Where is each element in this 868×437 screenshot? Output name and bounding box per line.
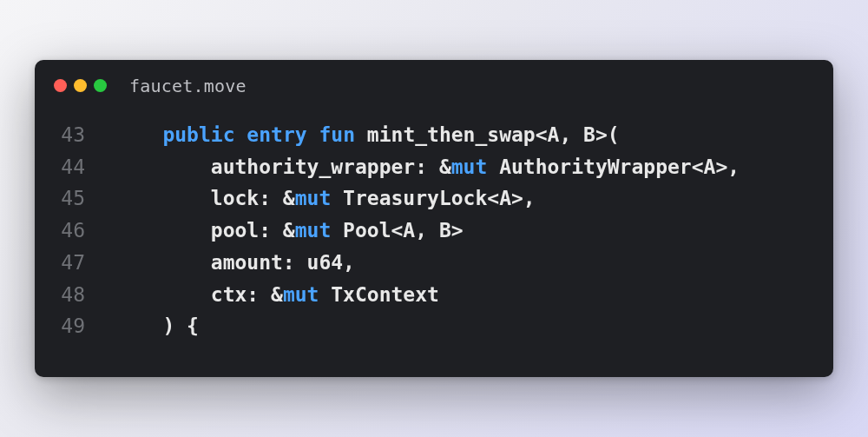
- mut-token: mut: [283, 283, 319, 306]
- mut-token: mut: [451, 156, 488, 178]
- keyword-token: entry: [247, 123, 306, 146]
- window-title: faucet.move: [129, 76, 247, 96]
- code-line: 44 authority_wrapper: &mut AuthorityWrap…: [61, 151, 807, 183]
- code-line: 47 amount: u64,: [61, 247, 807, 279]
- code-content: pool: &mut Pool<A, B>: [115, 215, 464, 247]
- code-line: 46 pool: &mut Pool<A, B>: [61, 215, 807, 247]
- keyword-token: fun: [319, 123, 355, 146]
- code-window: faucet.move 43 public entry fun mint_the…: [35, 60, 833, 378]
- line-number: 49: [61, 310, 115, 342]
- code-content: lock: &mut TreasuryLock<A>,: [115, 182, 536, 215]
- maximize-icon[interactable]: [94, 79, 107, 92]
- code-block: 43 public entry fun mint_then_swap<A, B>…: [35, 103, 833, 343]
- code-content: authority_wrapper: &mut AuthorityWrapper…: [115, 151, 740, 183]
- line-number: 46: [61, 215, 115, 247]
- code-line: 48 ctx: &mut TxContext: [61, 279, 807, 311]
- line-number: 48: [61, 279, 115, 311]
- code-line: 49 ) {: [61, 310, 807, 342]
- code-content: amount: u64,: [115, 247, 355, 279]
- keyword-token: public: [162, 123, 234, 146]
- window-titlebar: faucet.move: [35, 60, 833, 103]
- line-number: 44: [61, 151, 115, 183]
- line-number: 45: [61, 182, 115, 215]
- mut-token: mut: [295, 219, 332, 242]
- code-content: ) {: [115, 310, 199, 342]
- code-line: 43 public entry fun mint_then_swap<A, B>…: [61, 119, 807, 151]
- line-number: 43: [61, 119, 115, 151]
- close-icon[interactable]: [54, 79, 67, 92]
- minimize-icon[interactable]: [74, 79, 87, 92]
- code-line: 45 lock: &mut TreasuryLock<A>,: [61, 182, 807, 215]
- line-number: 47: [61, 247, 115, 279]
- code-content: ctx: &mut TxContext: [115, 279, 439, 311]
- mut-token: mut: [295, 187, 332, 209]
- code-content: public entry fun mint_then_swap<A, B>(: [115, 119, 620, 151]
